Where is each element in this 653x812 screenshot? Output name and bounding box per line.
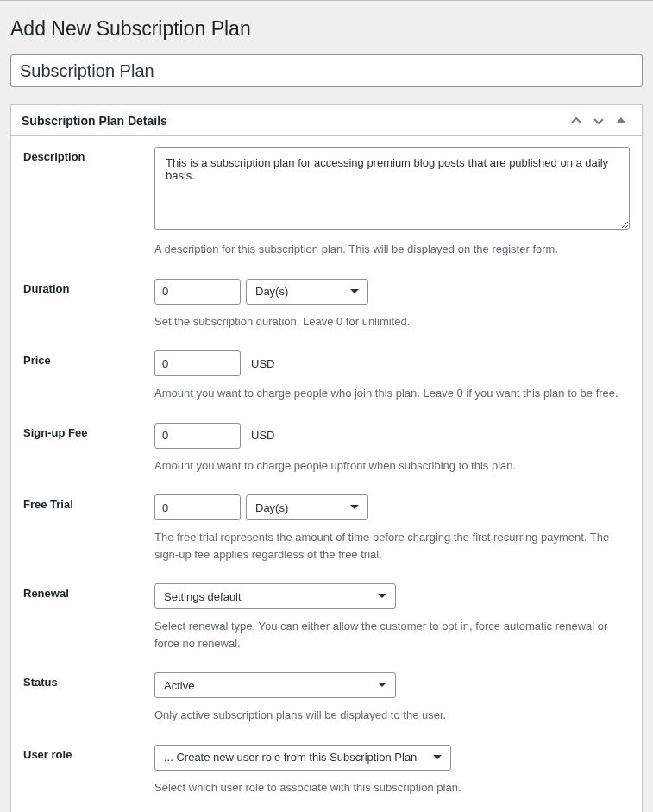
status-label: Status xyxy=(23,672,154,689)
price-currency: USD xyxy=(251,357,274,370)
price-help: Amount you want to charge people who joi… xyxy=(154,385,630,402)
plan-title-input[interactable] xyxy=(10,54,643,87)
status-help: Only active subscription plans will be d… xyxy=(154,707,630,724)
free-trial-unit-select[interactable]: Day(s) xyxy=(246,494,368,520)
free-trial-help: The free trial represents the amount of … xyxy=(154,529,630,563)
duration-help: Set the subscription duration. Leave 0 f… xyxy=(154,313,630,330)
user-role-select[interactable]: ... Create new user role from this Subsc… xyxy=(154,745,451,771)
user-role-help: Select which user role to associate with… xyxy=(154,779,630,796)
description-help: A description for this subscription plan… xyxy=(154,241,630,258)
svg-marker-0 xyxy=(616,117,626,123)
duration-unit-select[interactable]: Day(s) xyxy=(246,279,368,305)
page-heading: Add New Subscription Plan xyxy=(10,9,643,44)
signup-fee-input[interactable] xyxy=(154,423,241,449)
user-role-label: User role xyxy=(23,745,154,761)
toggle-panel-icon[interactable] xyxy=(611,110,631,131)
renewal-label: Renewal xyxy=(23,583,154,600)
details-panel: Subscription Plan Details Description Th… xyxy=(10,104,643,812)
signup-fee-label: Sign-up Fee xyxy=(23,423,154,439)
move-down-icon[interactable] xyxy=(588,110,609,131)
price-input[interactable] xyxy=(154,350,241,376)
signup-fee-help: Amount you want to charge people upfront… xyxy=(154,457,630,475)
renewal-help: Select renewal type. You can either allo… xyxy=(154,618,630,651)
description-textarea[interactable]: This is a subscription plan for accessin… xyxy=(154,147,630,230)
free-trial-input[interactable] xyxy=(154,494,241,520)
move-up-icon[interactable] xyxy=(566,110,587,131)
duration-label: Duration xyxy=(23,279,154,295)
duration-input[interactable] xyxy=(154,279,241,305)
price-label: Price xyxy=(23,350,154,367)
renewal-select[interactable]: Settings default xyxy=(154,583,396,609)
signup-fee-currency: USD xyxy=(251,429,274,442)
free-trial-label: Free Trial xyxy=(23,494,154,511)
description-label: Description xyxy=(23,147,154,163)
status-select[interactable]: Active xyxy=(154,672,396,698)
panel-title: Subscription Plan Details xyxy=(22,114,167,128)
